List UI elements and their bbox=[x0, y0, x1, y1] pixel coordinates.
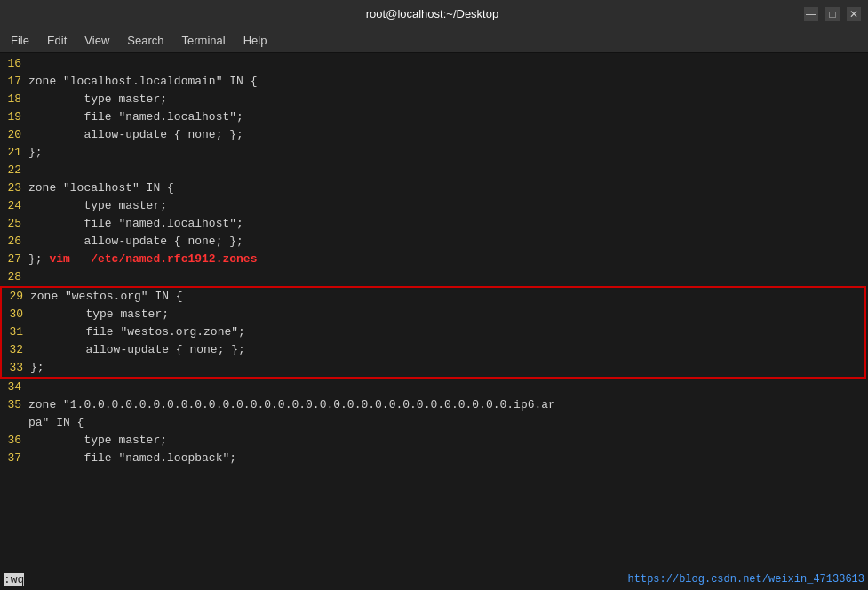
status-command: :wq bbox=[4, 573, 24, 586]
line-content-37: file "named.loopback"; bbox=[28, 450, 868, 467]
statusbar: :wq https://blog.csdn.net/weixin_4713361… bbox=[0, 569, 868, 590]
line-num-29: 29 bbox=[2, 288, 30, 306]
line-content-33: }; bbox=[30, 359, 864, 377]
minimize-button[interactable]: — bbox=[804, 7, 818, 21]
line-35: 35 zone "1.0.0.0.0.0.0.0.0.0.0.0.0.0.0.0… bbox=[0, 396, 868, 432]
line-16: 16 bbox=[0, 55, 868, 73]
close-button[interactable]: ✕ bbox=[847, 7, 861, 21]
menu-file[interactable]: File bbox=[4, 32, 36, 49]
line-num-33: 33 bbox=[2, 359, 30, 377]
line-num-25: 25 bbox=[0, 215, 28, 233]
menu-edit[interactable]: Edit bbox=[40, 32, 74, 49]
line-content-35: zone "1.0.0.0.0.0.0.0.0.0.0.0.0.0.0.0.0.… bbox=[28, 396, 868, 414]
titlebar-controls: — □ ✕ bbox=[804, 7, 861, 21]
titlebar: root@localhost:~/Desktop — □ ✕ bbox=[0, 0, 868, 28]
line-num-23: 23 bbox=[0, 179, 28, 197]
line-36: 36 type master; bbox=[0, 432, 868, 450]
cursor: :wq bbox=[4, 573, 24, 586]
line-33: 33 }; bbox=[2, 359, 864, 377]
line-24: 24 type master; bbox=[0, 197, 868, 215]
line-num-37: 37 bbox=[0, 450, 28, 467]
line-num-28: 28 bbox=[0, 268, 28, 286]
line-content-27: }; vim /etc/named.rfc1912.zones bbox=[28, 251, 868, 268]
line-20: 20 allow-update { none; }; bbox=[0, 126, 868, 144]
menu-view[interactable]: View bbox=[77, 32, 116, 49]
line-27: 27 }; vim /etc/named.rfc1912.zones bbox=[0, 251, 868, 268]
line-30: 30 type master; bbox=[2, 306, 864, 323]
line-num-26: 26 bbox=[0, 233, 28, 251]
line-num-27: 27 bbox=[0, 251, 28, 268]
line-num-22: 22 bbox=[0, 162, 28, 179]
line-19: 19 file "named.localhost"; bbox=[0, 108, 868, 126]
line-num-32: 32 bbox=[2, 341, 30, 359]
line-content-23: zone "localhost" IN { bbox=[28, 179, 868, 197]
line-num-34: 34 bbox=[0, 379, 28, 396]
line-content-30: type master; bbox=[30, 306, 864, 323]
line-content-26: allow-update { none; }; bbox=[28, 233, 868, 251]
line-num-35: 35 bbox=[0, 396, 28, 414]
menu-search[interactable]: Search bbox=[120, 32, 171, 49]
line-num-30: 30 bbox=[2, 306, 30, 323]
line-content-32: allow-update { none; }; bbox=[30, 341, 864, 359]
menu-terminal[interactable]: Terminal bbox=[175, 32, 233, 49]
editor: 16 17 zone "localhost.localdomain" IN { … bbox=[0, 53, 868, 590]
line-content-31: file "westos.org.zone"; bbox=[30, 323, 864, 341]
line-25: 25 file "named.localhost"; bbox=[0, 215, 868, 233]
line-content-29: zone "westos.org" IN { bbox=[30, 288, 864, 306]
menu-help[interactable]: Help bbox=[236, 32, 275, 49]
menubar: File Edit View Search Terminal Help bbox=[0, 28, 868, 53]
line-18: 18 type master; bbox=[0, 91, 868, 108]
status-url: https://blog.csdn.net/weixin_47133613 bbox=[628, 573, 864, 586]
line-22: 22 bbox=[0, 162, 868, 179]
line-num-31: 31 bbox=[2, 323, 30, 341]
line-21: 21 }; bbox=[0, 144, 868, 162]
line-32: 32 allow-update { none; }; bbox=[2, 341, 864, 359]
line-content-21: }; bbox=[28, 144, 868, 162]
line-num-16: 16 bbox=[0, 55, 28, 73]
line-26: 26 allow-update { none; }; bbox=[0, 233, 868, 251]
line-num-19: 19 bbox=[0, 108, 28, 126]
red-highlight-box: 29 zone "westos.org" IN { 30 type master… bbox=[0, 286, 866, 379]
line-num-21: 21 bbox=[0, 144, 28, 162]
line-content-25: file "named.localhost"; bbox=[28, 215, 868, 233]
line-37: 37 file "named.loopback"; bbox=[0, 450, 868, 467]
line-num-36: 36 bbox=[0, 432, 28, 450]
line-content-17: zone "localhost.localdomain" IN { bbox=[28, 73, 868, 91]
line-34: 34 bbox=[0, 379, 868, 396]
line-content-35-wrap: pa" IN { bbox=[28, 414, 868, 432]
line-content-19: file "named.localhost"; bbox=[28, 108, 868, 126]
line-29: 29 zone "westos.org" IN { bbox=[2, 288, 864, 306]
line-content-20: allow-update { none; }; bbox=[28, 126, 868, 144]
line-28: 28 bbox=[0, 268, 868, 286]
line-23: 23 zone "localhost" IN { bbox=[0, 179, 868, 197]
titlebar-title: root@localhost:~/Desktop bbox=[60, 7, 804, 20]
line-content-24: type master; bbox=[28, 197, 868, 215]
line-num-17: 17 bbox=[0, 73, 28, 91]
line-content-18: type master; bbox=[28, 91, 868, 108]
line-num-20: 20 bbox=[0, 126, 28, 144]
line-17: 17 zone "localhost.localdomain" IN { bbox=[0, 73, 868, 91]
code-area: 16 17 zone "localhost.localdomain" IN { … bbox=[0, 53, 868, 469]
line-num-18: 18 bbox=[0, 91, 28, 108]
line-31: 31 file "westos.org.zone"; bbox=[2, 323, 864, 341]
line-num-24: 24 bbox=[0, 197, 28, 215]
line-content-36: type master; bbox=[28, 432, 868, 450]
maximize-button[interactable]: □ bbox=[825, 7, 840, 21]
